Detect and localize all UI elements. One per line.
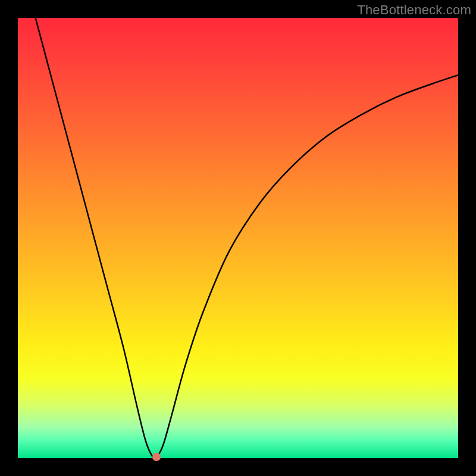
chart-frame: TheBottleneck.com — [0, 0, 476, 476]
bottleneck-curve — [36, 18, 458, 458]
watermark-text: TheBottleneck.com — [357, 2, 471, 18]
curve-svg — [18, 18, 458, 458]
plot-area — [18, 18, 458, 458]
optimum-marker — [152, 453, 161, 461]
